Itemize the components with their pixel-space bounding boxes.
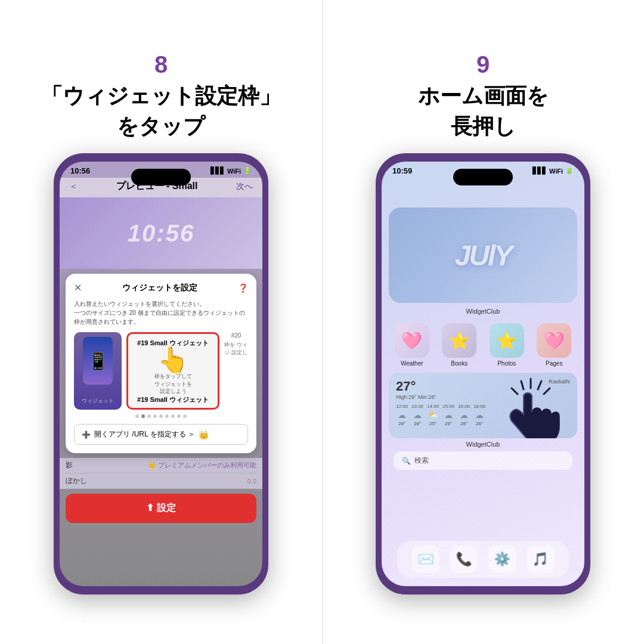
weather-temp: 27° — [396, 379, 436, 394]
svg-line-0 — [512, 388, 518, 394]
books-icon-glyph: ⭐ — [449, 331, 470, 351]
popup-close-button[interactable]: ✕ — [74, 282, 82, 293]
weather-hour-0: 12:00 ☁ 28° — [396, 404, 408, 426]
weather-icon-glyph: 🩷 — [401, 331, 422, 351]
photos-app-label: Photos — [497, 360, 516, 367]
weather-hour-1: 13:00 ☁ 28° — [411, 404, 423, 426]
widget-main-footer: #19 Small ウィジェット — [137, 395, 209, 404]
weather-time-0: 12:00 — [396, 404, 408, 409]
dock-mail-icon[interactable]: ✉️ — [412, 546, 439, 573]
app-icon-grid: 🩷 Weather ⭐ Books ⭐ Photos — [382, 321, 584, 369]
open-app-label: 開くアプリ /URL を指定する ＞ — [94, 429, 195, 439]
widget-left-label: ウィジェット — [82, 397, 114, 405]
dock-music-icon[interactable]: 🎵 — [527, 546, 554, 573]
weather-temp-1: 28° — [414, 421, 421, 426]
left-step-text: 「ウィジェット設定枠」 をタップ — [41, 83, 281, 138]
status-time-left: 10:56 — [70, 166, 90, 175]
status-time-right: 10:59 — [392, 166, 412, 175]
weather-hour-5: 18:00 ☁ 26° — [473, 404, 485, 426]
photos-icon-glyph: ⭐ — [496, 331, 517, 351]
widget-img-icon: 📱 — [88, 351, 109, 371]
dynamic-island-right — [453, 169, 513, 185]
popup-title: ウィジェットを設定 — [82, 283, 238, 293]
weather-cloud-1: ☁ — [413, 410, 422, 420]
weather-cloud-4: ☁ — [460, 410, 468, 420]
weather-app-icon: 🩷 — [395, 323, 429, 358]
weather-temp-sub: High:29° Min:28° — [396, 394, 436, 400]
left-step-num: 8 — [154, 51, 168, 78]
dot-7 — [171, 414, 175, 418]
popup-help-button[interactable]: ❓ — [238, 283, 248, 293]
search-bar[interactable]: 🔍 検索 — [394, 451, 572, 470]
shadow-label: 影 — [66, 460, 73, 470]
weather-time-1: 13:00 — [411, 404, 423, 409]
books-app-icon: ⭐ — [442, 323, 476, 358]
popup-header: ✕ ウィジェットを設定 ❓ — [74, 282, 248, 293]
books-app-item[interactable]: ⭐ Books — [439, 323, 481, 367]
dot-8 — [177, 414, 181, 418]
svg-line-1 — [521, 381, 524, 389]
widget-right-partial: 枠を ウィジ 設定し — [224, 341, 248, 356]
photos-app-item[interactable]: ⭐ Photos — [486, 323, 528, 367]
dot-2 — [141, 414, 145, 418]
weather-app-label: Weather — [401, 360, 423, 367]
time-display-preview: 10:56 — [128, 220, 194, 247]
widget-settings-popup: ✕ ウィジェットを設定 ❓ 入れ替えたいウィジェットを選択してください。 一つの… — [66, 274, 256, 453]
weather-widget: 27° High:29° Min:28° Raebathi 12:00 ☁ 28… — [389, 373, 577, 438]
blur-row: ぼかし 0.0 — [66, 473, 256, 489]
open-app-url-button[interactable]: ➕ 開くアプリ /URL を指定する ＞ 👑 — [74, 424, 248, 445]
dock-phone-icon[interactable]: 📞 — [450, 546, 478, 573]
right-step-num: 9 — [476, 51, 490, 78]
widget-right-num: #20 — [224, 332, 248, 339]
widget-scroll-area[interactable]: 📱 ウィジェット #19 Small ウィジェット 👆 枠をタップして ウィジェ… — [74, 332, 248, 410]
widgetclub-top-label: WidgetClub — [382, 308, 584, 315]
dock: ✉️ 📞 ⚙️ 🎵 — [397, 541, 569, 578]
dot-1 — [135, 414, 139, 418]
search-placeholder: 検索 — [414, 456, 429, 466]
weather-cloud-3: ☁ — [444, 410, 453, 420]
signal-icon-left: ▋▋▋ — [210, 167, 225, 175]
dot-3 — [147, 414, 151, 418]
phone-bottom-bar: 影 👑 プレミアムメンバーのみ利用可能 ぼかし 0.0 — [60, 458, 262, 489]
dot-6 — [165, 414, 169, 418]
right-column: 9 ホーム画面を 長押し 10:59 ▋▋▋ WiFi 🔋 — [322, 0, 644, 644]
svg-line-4 — [544, 388, 550, 394]
weather-time-3: 15:00 — [442, 404, 454, 409]
dynamic-island-left — [131, 169, 191, 185]
pages-app-icon: 🩷 — [537, 323, 571, 358]
weather-temp-0: 28° — [398, 421, 405, 426]
set-button[interactable]: ⬆ 設定 — [66, 494, 256, 523]
weather-time-4: 16:00 — [458, 404, 470, 409]
dot-5 — [159, 414, 163, 418]
crown-icon: 👑 — [199, 430, 209, 439]
widget-card-left[interactable]: 📱 ウィジェット — [74, 332, 122, 410]
pages-icon-glyph: 🩷 — [544, 331, 565, 351]
weather-cloud-2: ⛅ — [428, 410, 438, 420]
weather-app-item[interactable]: 🩷 Weather — [391, 323, 433, 367]
blur-value: 0.0 — [247, 478, 256, 485]
popup-description: 入れ替えたいウィジェットを選択してください。 一つのサイズにつき 20 個まで自… — [74, 299, 248, 326]
pages-app-label: Pages — [546, 360, 562, 367]
widget-card-main[interactable]: #19 Small ウィジェット 👆 枠をタップして ウィジェットを 設定しよう… — [126, 332, 219, 410]
widget-card-right: #20 枠を ウィジ 設定し — [224, 332, 248, 410]
dock-settings-icon[interactable]: ⚙️ — [488, 546, 516, 573]
weather-hour-2: 14:00 ⛅ 25° — [427, 404, 439, 426]
widgetclub-bottom-label: WidgetClub — [382, 441, 584, 448]
weather-temp-3: 29° — [445, 421, 452, 426]
hero-widget-text: JUlY — [455, 239, 512, 272]
shadow-row: 影 👑 プレミアムメンバーのみ利用可能 — [66, 458, 256, 473]
signal-icon-right: ▋▋▋ — [532, 167, 547, 175]
pages-app-item[interactable]: 🩷 Pages — [534, 323, 575, 367]
next-button-left[interactable]: 次へ — [236, 181, 253, 192]
back-button-left[interactable]: ＜ — [69, 181, 78, 192]
right-step-heading: 9 ホーム画面を 長押し — [418, 18, 549, 141]
status-icons-right: ▋▋▋ WiFi 🔋 — [532, 167, 574, 175]
svg-line-3 — [538, 381, 541, 389]
search-icon: 🔍 — [402, 457, 411, 465]
battery-icon-right: 🔋 — [565, 167, 574, 175]
blur-label: ぼかし — [66, 476, 87, 486]
battery-icon-left: 🔋 — [243, 167, 252, 175]
home-hero-widget: JUlY — [389, 208, 577, 303]
cursor-hand-container — [500, 373, 571, 438]
weather-temp-5: 26° — [476, 421, 483, 426]
